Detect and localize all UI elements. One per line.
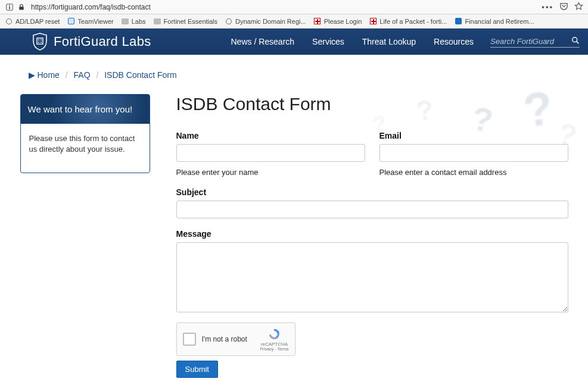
search-input[interactable] bbox=[490, 36, 571, 47]
shield-icon bbox=[32, 33, 48, 51]
browser-url-bar: https://fortiguard.com/faq/isdb-contact … bbox=[0, 0, 588, 14]
main-content: ? ? ? ? ? ISDB Contact Form Name Please … bbox=[176, 94, 568, 378]
page-title: ISDB Contact Form bbox=[176, 94, 568, 114]
triangle-icon: ▶ bbox=[29, 70, 35, 80]
bookmark-item[interactable]: TeamViewer bbox=[67, 17, 113, 26]
svg-line-10 bbox=[577, 42, 579, 44]
globe-icon bbox=[226, 18, 232, 24]
nav-links: News / Research Services Threat Lookup R… bbox=[231, 37, 474, 46]
name-helper: Please enter your name bbox=[176, 168, 365, 177]
side-card-title: We want to hear from you! bbox=[28, 104, 133, 114]
breadcrumb: ▶Home / FAQ / ISDB Contact Form bbox=[20, 70, 568, 80]
bookmark-label: Please Login bbox=[324, 18, 362, 25]
bookmark-label: AD/LDAP reset bbox=[15, 18, 60, 25]
svg-rect-2 bbox=[9, 7, 10, 9]
pocket-icon[interactable] bbox=[559, 2, 568, 12]
browser-menu-icon[interactable]: ••• bbox=[542, 2, 553, 11]
svg-point-5 bbox=[38, 39, 39, 40]
recaptcha-icon bbox=[266, 327, 282, 342]
side-card-header: We want to hear from you! bbox=[21, 95, 150, 124]
email-field[interactable] bbox=[379, 144, 568, 162]
bookmark-label: Fortinet Essentials bbox=[164, 18, 217, 25]
lock-icon[interactable] bbox=[17, 2, 26, 12]
recaptcha-widget[interactable]: I'm not a robot reCAPTCHA Privacy - Term… bbox=[176, 323, 295, 356]
breadcrumb-separator: / bbox=[96, 70, 98, 80]
shield-info-icon[interactable] bbox=[5, 2, 14, 12]
brand-title: FortiGuard Labs bbox=[54, 34, 151, 49]
brand-logo[interactable]: FortiGuard Labs bbox=[8, 33, 151, 51]
recaptcha-brand: reCAPTCHA Privacy - Terms bbox=[260, 327, 288, 351]
bookmark-item[interactable]: Fortinet Essentials bbox=[153, 17, 217, 26]
breadcrumb-faq[interactable]: FAQ bbox=[74, 70, 91, 80]
svg-point-8 bbox=[41, 42, 42, 43]
side-card-body: Please use this form to contact us direc… bbox=[21, 124, 150, 173]
breadcrumb-home[interactable]: Home bbox=[38, 70, 60, 80]
recaptcha-checkbox[interactable] bbox=[183, 333, 196, 346]
svg-rect-3 bbox=[19, 7, 24, 10]
breadcrumb-current: ISDB Contact Form bbox=[104, 70, 176, 80]
square-icon bbox=[455, 18, 462, 24]
side-card: We want to hear from you! Please use thi… bbox=[20, 94, 150, 173]
bookmark-item[interactable]: AD/LDAP reset bbox=[5, 17, 60, 26]
message-field[interactable] bbox=[176, 242, 568, 312]
recaptcha-links[interactable]: Privacy - Terms bbox=[260, 347, 288, 351]
bookmark-label: TeamViewer bbox=[77, 18, 113, 25]
email-helper: Please enter a contact email address bbox=[379, 168, 568, 177]
svg-point-9 bbox=[573, 37, 577, 42]
bookmarks-bar: AD/LDAP reset TeamViewer Labs Fortinet E… bbox=[0, 14, 588, 29]
folder-icon bbox=[154, 18, 161, 24]
email-label: Email bbox=[379, 131, 568, 140]
breadcrumb-separator: / bbox=[66, 70, 68, 80]
subject-label: Subject bbox=[176, 187, 568, 197]
bookmark-label: Labs bbox=[132, 18, 146, 25]
search-icon[interactable] bbox=[571, 36, 580, 46]
folder-icon bbox=[122, 18, 129, 24]
svg-rect-4 bbox=[37, 38, 43, 44]
bookmark-label: Dynamic Domain Regi... bbox=[235, 18, 306, 25]
search-box[interactable] bbox=[490, 36, 580, 48]
globe-icon bbox=[6, 18, 12, 24]
bookmark-item[interactable]: Please Login bbox=[313, 17, 362, 26]
bookmark-item[interactable]: Financial and Retirem... bbox=[454, 17, 534, 26]
top-navigation: FortiGuard Labs News / Research Services… bbox=[0, 29, 588, 55]
nav-resources[interactable]: Resources bbox=[434, 37, 474, 46]
bookmark-item[interactable]: Life of a Packet - forti... bbox=[369, 17, 447, 26]
bookmark-label: Financial and Retirem... bbox=[465, 18, 534, 25]
teamviewer-icon bbox=[68, 18, 74, 24]
name-label: Name bbox=[176, 131, 365, 140]
svg-point-7 bbox=[38, 42, 39, 43]
recaptcha-label: I'm not a robot bbox=[202, 335, 254, 343]
nav-threat-lookup[interactable]: Threat Lookup bbox=[362, 37, 416, 46]
bookmark-item[interactable]: Labs bbox=[121, 17, 146, 26]
star-icon[interactable] bbox=[574, 2, 583, 12]
bookmark-item[interactable]: Dynamic Domain Regi... bbox=[225, 17, 306, 26]
nav-services[interactable]: Services bbox=[312, 37, 344, 46]
plus-icon bbox=[370, 18, 377, 24]
subject-field[interactable] bbox=[176, 201, 568, 218]
svg-point-6 bbox=[41, 39, 42, 40]
submit-button[interactable]: Submit bbox=[176, 361, 218, 378]
message-label: Message bbox=[176, 229, 568, 239]
svg-rect-1 bbox=[9, 5, 10, 6]
nav-news-research[interactable]: News / Research bbox=[231, 37, 295, 46]
plus-icon bbox=[314, 18, 321, 24]
name-field[interactable] bbox=[176, 144, 365, 162]
bookmark-label: Life of a Packet - forti... bbox=[379, 18, 447, 25]
recaptcha-brand-text: reCAPTCHA bbox=[261, 342, 288, 347]
url-text[interactable]: https://fortiguard.com/faq/isdb-contact bbox=[29, 3, 542, 11]
